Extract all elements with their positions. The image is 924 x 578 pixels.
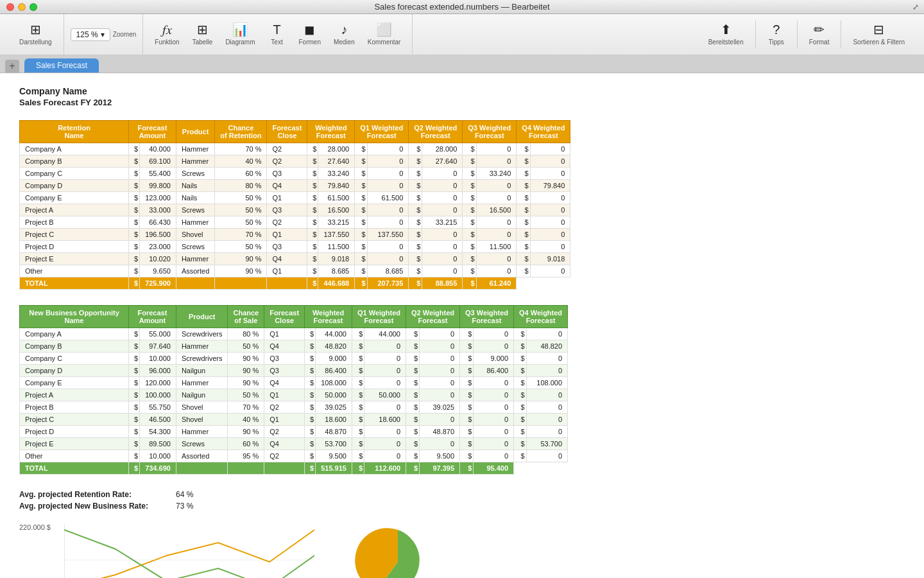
cell-value: 0 bbox=[367, 168, 409, 180]
col-chance-retention: Chanceof Retention bbox=[215, 121, 267, 143]
cell-name: Company D bbox=[20, 365, 129, 377]
cell-dollar: $ bbox=[129, 340, 140, 353]
format-button[interactable]: ✏ Format bbox=[804, 21, 835, 48]
cell-value: 48.870 bbox=[316, 426, 352, 438]
cell-value: 0 bbox=[422, 253, 463, 265]
cell-dollar: $ bbox=[129, 216, 140, 229]
cell-dollar: $ bbox=[305, 450, 316, 462]
cell-product: Nailgun bbox=[176, 389, 228, 401]
cell-chance: 50 % bbox=[215, 241, 267, 253]
cell-dollar: $ bbox=[409, 168, 422, 180]
cell-value: 79.840 bbox=[318, 180, 355, 192]
cell-value: 9.500 bbox=[316, 450, 352, 462]
cell-dollar: $ bbox=[406, 353, 420, 365]
cell-dollar: $ bbox=[460, 450, 474, 462]
cell-value: 0 bbox=[474, 377, 514, 389]
cell-product: Assorted bbox=[176, 265, 214, 277]
cell-value: 33.240 bbox=[318, 168, 355, 180]
format-icon: ✏ bbox=[814, 23, 825, 36]
cell-value: 8.685 bbox=[367, 265, 409, 277]
cell-value: 0 bbox=[530, 143, 570, 155]
funktion-button[interactable]: 𝑓𝑥 Funktion bbox=[150, 21, 184, 48]
medien-icon: ♪ bbox=[341, 23, 347, 36]
bereitstellen-button[interactable]: ⬆ Bereitstellen bbox=[703, 21, 749, 48]
cell-chance: 50 % bbox=[215, 204, 267, 216]
sales-forecast-tab[interactable]: Sales Forecast bbox=[24, 58, 99, 73]
cell-dollar: $ bbox=[307, 180, 318, 192]
medien-button[interactable]: ♪ Medien bbox=[329, 21, 360, 48]
cell-dollar: $ bbox=[517, 265, 530, 277]
toolbar: ⊞ Darstellung 125 % ▾ Zoomen 𝑓𝑥 Funktion… bbox=[0, 14, 924, 55]
total-value: 515.915 bbox=[316, 462, 352, 475]
total-dollar: $ bbox=[307, 277, 318, 290]
total-amount: 734.690 bbox=[140, 462, 176, 475]
cell-value: 0 bbox=[422, 229, 463, 241]
col-forecast-close: ForecastClose bbox=[267, 121, 307, 143]
cell-dollar: $ bbox=[409, 180, 422, 192]
cell-product: Nails bbox=[176, 180, 214, 192]
tabelle-button[interactable]: ⊞ Tabelle bbox=[187, 21, 218, 48]
cell-value: 0 bbox=[474, 401, 514, 414]
cell-dollar: $ bbox=[352, 438, 364, 450]
y-axis-labels: 220.000 $ 165.000 $ bbox=[19, 523, 53, 578]
cell-dollar: $ bbox=[406, 328, 420, 340]
cell-dollar: $ bbox=[352, 426, 364, 438]
text-button[interactable]: T Text bbox=[263, 21, 291, 48]
total-label: TOTAL bbox=[20, 277, 129, 290]
cell-chance: 50 % bbox=[215, 216, 267, 229]
cell-chance: 70 % bbox=[228, 401, 264, 414]
cell-dollar: $ bbox=[409, 241, 422, 253]
cell-chance: 60 % bbox=[228, 438, 264, 450]
cell-dollar: $ bbox=[129, 180, 140, 192]
cell-dollar: $ bbox=[514, 401, 526, 414]
cell-value: 48.870 bbox=[420, 426, 460, 438]
cell-dollar: $ bbox=[129, 414, 140, 426]
cell-value: 0 bbox=[422, 168, 463, 180]
darstellung-button[interactable]: ⊞ Darstellung bbox=[14, 21, 57, 48]
cell-dollar: $ bbox=[514, 353, 526, 365]
cell-chance: 90 % bbox=[215, 253, 267, 265]
cell-dollar: $ bbox=[463, 168, 476, 180]
cell-dollar: $ bbox=[409, 204, 422, 216]
table-row: Project D$54.300Hammer90 %Q2$48.870$0$48… bbox=[20, 426, 568, 438]
cell-close: Q2 bbox=[267, 143, 307, 155]
cell-name: Project E bbox=[20, 253, 129, 265]
kommentar-button[interactable]: ⬜ Kommentar bbox=[363, 21, 406, 48]
formen-button[interactable]: ◼ Formen bbox=[294, 21, 326, 48]
cell-value: 50.000 bbox=[316, 389, 352, 401]
tipps-button[interactable]: ? Tipps bbox=[762, 21, 791, 48]
cell-name: Company C bbox=[20, 353, 129, 365]
add-tab-button[interactable]: + bbox=[5, 60, 19, 73]
cell-chance: 80 % bbox=[228, 328, 264, 340]
cell-dollar: $ bbox=[460, 414, 474, 426]
cell-value: 0 bbox=[420, 377, 460, 389]
cell-dollar: $ bbox=[352, 353, 364, 365]
cell-product: Screwdrivers bbox=[176, 353, 228, 365]
zoom-box[interactable]: 125 % ▾ bbox=[71, 28, 110, 41]
cell-dollar: $ bbox=[463, 204, 476, 216]
close-button[interactable] bbox=[6, 3, 14, 11]
sortieren-button[interactable]: ⊟ Sortieren & Filtern bbox=[848, 21, 910, 48]
cell-dollar: $ bbox=[355, 229, 367, 241]
cell-amount: 55.000 bbox=[140, 328, 176, 340]
cell-close: Q4 bbox=[264, 438, 305, 450]
cell-dollar: $ bbox=[406, 389, 420, 401]
maximize-button[interactable] bbox=[30, 3, 37, 11]
total-dollar: $ bbox=[305, 462, 316, 475]
diagramm-button[interactable]: 📊 Diagramm bbox=[220, 21, 260, 48]
minimize-button[interactable] bbox=[18, 3, 26, 11]
cell-value: 0 bbox=[476, 192, 517, 204]
cell-value: 79.840 bbox=[530, 180, 570, 192]
cell-dollar: $ bbox=[514, 340, 526, 353]
cell-amount: 123.000 bbox=[140, 192, 176, 204]
cell-product: Hammer bbox=[176, 340, 228, 353]
cell-dollar: $ bbox=[460, 438, 474, 450]
cell-dollar: $ bbox=[514, 377, 526, 389]
cell-dollar: $ bbox=[355, 192, 367, 204]
y-label-top: 220.000 $ bbox=[19, 523, 51, 531]
expand-icon[interactable]: ⤢ bbox=[912, 3, 919, 12]
cell-value: 0 bbox=[420, 328, 460, 340]
cell-close: Q1 bbox=[267, 192, 307, 204]
stats-section: Avg. projected Retention Rate: 64 % Avg.… bbox=[19, 490, 905, 511]
cell-chance: 90 % bbox=[228, 426, 264, 438]
